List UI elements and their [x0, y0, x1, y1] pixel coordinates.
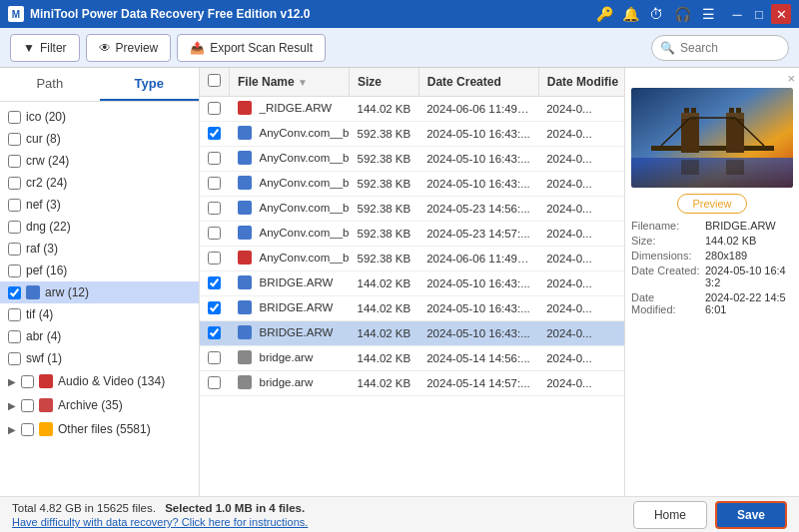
maximize-button[interactable]: □ — [749, 4, 769, 24]
checkbox-crw[interactable] — [8, 155, 21, 168]
table-header: File Name ▼ Size Date Created Date Modif… — [200, 68, 624, 97]
checkbox-swf[interactable] — [8, 352, 21, 365]
sidebar-group-audio-video[interactable]: ▶ Audio & Video (134) — [0, 369, 199, 393]
table-row[interactable]: BRIDGE.ARW 144.02 KB 2024-05-10 16:43:..… — [200, 321, 624, 346]
statusbar: Total 4.82 GB in 15625 files. Selected 1… — [0, 496, 799, 532]
row-checkbox-11[interactable] — [208, 351, 221, 364]
help-link[interactable]: Have difficulty with data recovery? Clic… — [12, 516, 308, 528]
row-checkbox-2[interactable] — [208, 127, 221, 140]
checkbox-cur[interactable] — [8, 133, 21, 146]
checkbox-tif[interactable] — [8, 308, 21, 321]
row-checkbox-cell-9[interactable] — [200, 296, 230, 321]
row-checkbox-10[interactable] — [208, 326, 221, 339]
checkbox-arw[interactable] — [8, 286, 21, 299]
dimensions-row: Dimensions: 280x189 — [631, 250, 793, 262]
filename-header[interactable]: File Name ▼ — [230, 68, 350, 97]
table-row[interactable]: AnyConv.com__be... 592.38 KB 2024-05-23 … — [200, 222, 624, 247]
row-checkbox-cell-12[interactable] — [200, 371, 230, 396]
row-checkbox-cell-3[interactable] — [200, 147, 230, 172]
row-checkbox-7[interactable] — [208, 252, 221, 265]
search-icon: 🔍 — [660, 41, 675, 55]
sidebar-item-nef[interactable]: nef (3) — [0, 194, 199, 216]
sidebar-item-tif[interactable]: tif (4) — [0, 303, 199, 325]
table-row[interactable]: bridge.arw 144.02 KB 2024-05-14 14:56:..… — [200, 346, 624, 371]
checkbox-pef[interactable] — [8, 265, 21, 277]
menu-icon[interactable]: ☰ — [699, 5, 717, 23]
search-box[interactable]: 🔍 — [651, 35, 789, 61]
filename-row: Filename: BRIDGE.ARW — [631, 220, 793, 232]
table-row[interactable]: AnyConv.com__be... 592.38 KB 2024-05-10 … — [200, 147, 624, 172]
row-checkbox-9[interactable] — [208, 301, 221, 314]
checkbox-dng[interactable] — [8, 221, 21, 234]
table-row[interactable]: AnyConv.com__be... 592.38 KB 2024-06-06 … — [200, 247, 624, 271]
sidebar-item-dng[interactable]: dng (22) — [0, 216, 199, 238]
table-row[interactable]: AnyConv.com__be... 592.38 KB 2024-05-23 … — [200, 197, 624, 222]
minimize-button[interactable]: ─ — [727, 4, 747, 24]
sidebar-item-ico[interactable]: ico (20) — [0, 106, 199, 128]
preview-action-button[interactable]: Preview — [677, 194, 746, 214]
sidebar-group-archive[interactable]: ▶ Archive (35) — [0, 393, 199, 417]
row-checkbox-cell-4[interactable] — [200, 172, 230, 197]
row-checkbox-8[interactable] — [208, 276, 221, 289]
row-checkbox-1[interactable] — [208, 102, 221, 115]
sidebar-item-swf[interactable]: swf (1) — [0, 347, 199, 369]
tab-type[interactable]: Type — [100, 68, 200, 101]
row-filename-4: AnyConv.com__be... — [230, 172, 350, 197]
row-checkbox-cell-8[interactable] — [200, 271, 230, 296]
sidebar-group-other[interactable]: ▶ Other files (5581) — [0, 417, 199, 441]
home-button[interactable]: Home — [633, 501, 707, 529]
table-row[interactable]: BRIDGE.ARW 144.02 KB 2024-05-10 16:43:..… — [200, 271, 624, 296]
row-checkbox-6[interactable] — [208, 227, 221, 240]
sidebar-item-arw[interactable]: arw (12) — [0, 281, 199, 303]
preview-button[interactable]: 👁 Preview — [86, 34, 172, 62]
row-checkbox-cell-11[interactable] — [200, 346, 230, 371]
key-icon[interactable]: 🔑 — [595, 5, 613, 23]
save-button[interactable]: Save — [715, 501, 787, 529]
size-header[interactable]: Size — [350, 68, 419, 97]
row-checkbox-cell-5[interactable] — [200, 197, 230, 222]
row-filename-1: _RIDGE.ARW — [230, 97, 350, 122]
sidebar-tabs: Path Type — [0, 68, 199, 102]
row-checkbox-4[interactable] — [208, 177, 221, 190]
group-checkbox-other[interactable] — [21, 423, 34, 436]
search-input[interactable] — [680, 41, 780, 55]
sidebar-item-pef[interactable]: pef (16) — [0, 260, 199, 281]
table-row[interactable]: _RIDGE.ARW 144.02 KB 2024-06-06 11:49:10… — [200, 97, 624, 122]
date-created-header[interactable]: Date Created — [418, 68, 538, 97]
sidebar-item-abr[interactable]: abr (4) — [0, 325, 199, 347]
clock-icon[interactable]: ⏱ — [647, 5, 665, 23]
row-checkbox-cell-1[interactable] — [200, 97, 230, 122]
close-button[interactable]: ✕ — [771, 4, 791, 24]
filter-button[interactable]: ▼ Filter — [10, 34, 80, 62]
checkbox-nef[interactable] — [8, 199, 21, 212]
checkbox-cr2[interactable] — [8, 177, 21, 190]
date-modified-header[interactable]: Date Modifie — [538, 68, 624, 97]
checkbox-raf[interactable] — [8, 243, 21, 256]
row-checkbox-cell-10[interactable] — [200, 321, 230, 346]
table-row[interactable]: BRIDGE.ARW 144.02 KB 2024-05-10 16:43:..… — [200, 296, 624, 321]
row-checkbox-cell-2[interactable] — [200, 122, 230, 147]
row-checkbox-cell-7[interactable] — [200, 247, 230, 271]
tab-path[interactable]: Path — [0, 68, 100, 101]
row-checkbox-12[interactable] — [208, 376, 221, 389]
table-row[interactable]: AnyConv.com__be... 592.38 KB 2024-05-10 … — [200, 172, 624, 197]
preview-close-button[interactable]: × — [787, 72, 795, 85]
table-row[interactable]: AnyConv.com__be... 592.38 KB 2024-05-10 … — [200, 122, 624, 147]
table-row[interactable]: bridge.arw 144.02 KB 2024-05-14 14:57:..… — [200, 371, 624, 396]
group-checkbox-audio-video[interactable] — [21, 375, 34, 388]
row-filename-2: AnyConv.com__be... — [230, 122, 350, 147]
headset-icon[interactable]: 🎧 — [673, 5, 691, 23]
select-all-checkbox[interactable] — [208, 74, 221, 87]
sidebar-item-crw[interactable]: crw (24) — [0, 150, 199, 172]
group-checkbox-archive[interactable] — [21, 399, 34, 412]
sidebar-item-raf[interactable]: raf (3) — [0, 238, 199, 260]
checkbox-abr[interactable] — [8, 330, 21, 343]
row-checkbox-cell-6[interactable] — [200, 222, 230, 247]
bell-icon[interactable]: 🔔 — [621, 5, 639, 23]
sidebar-item-cur[interactable]: cur (8) — [0, 128, 199, 150]
sidebar-item-cr2[interactable]: cr2 (24) — [0, 172, 199, 194]
checkbox-ico[interactable] — [8, 111, 21, 124]
export-button[interactable]: 📤 Export Scan Result — [177, 34, 326, 62]
row-checkbox-5[interactable] — [208, 202, 221, 215]
row-checkbox-3[interactable] — [208, 152, 221, 165]
